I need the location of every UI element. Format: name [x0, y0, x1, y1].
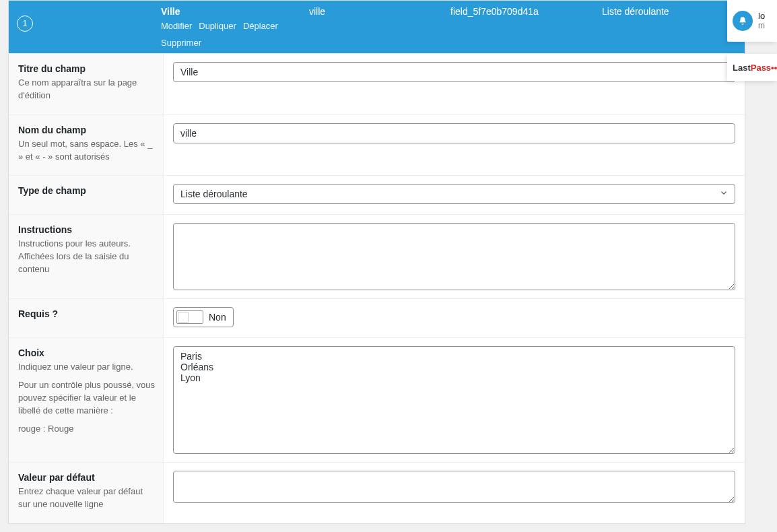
lastpass-logo-dots: ••: [771, 63, 777, 73]
hint-choices: Indiquez une valeur par ligne. Pour un c…: [18, 361, 156, 435]
textarea-default[interactable]: [173, 471, 735, 503]
header-title: Ville: [161, 6, 309, 17]
toggle-required[interactable]: [176, 310, 203, 324]
bell-icon: [733, 11, 753, 31]
wordpress-popup-text: lo m: [758, 11, 765, 30]
lastpass-logo-part1: Last: [733, 63, 751, 73]
row-name: Nom du champ Un seul mot, sans espace. L…: [9, 114, 745, 176]
row-choices: Choix Indiquez une valeur par ligne. Pou…: [9, 337, 745, 462]
label-type: Type de champ: [18, 185, 156, 196]
hint-title: Ce nom apparaîtra sur la page d'édition: [18, 77, 156, 102]
order-number: 1: [23, 19, 28, 28]
textarea-choices[interactable]: [173, 346, 735, 454]
toggle-required-wrap: Non: [173, 307, 234, 327]
header-type: Liste déroulante: [602, 6, 713, 17]
hint-default: Entrez chaque valeur par défaut sur une …: [18, 486, 156, 511]
select-type[interactable]: Liste déroulante: [173, 184, 735, 204]
header-actions: Modifier Dupliquer Déplacer Supprimer: [161, 21, 296, 48]
label-title: Titre du champ: [18, 63, 156, 74]
input-title[interactable]: [173, 62, 735, 82]
row-type: Type de champ Liste déroulante: [9, 175, 745, 214]
lastpass-popup[interactable]: LastPass••: [727, 54, 777, 81]
label-default: Valeur par défaut: [18, 472, 156, 483]
action-move[interactable]: Déplacer: [243, 21, 278, 31]
wordpress-popup[interactable]: lo m: [727, 0, 777, 42]
label-choices: Choix: [18, 347, 156, 358]
lastpass-logo-part2: Pass: [751, 63, 771, 73]
toggle-required-label: Non: [209, 312, 226, 323]
field-header[interactable]: 1 Ville ville field_5f7e0b709d41a Liste …: [9, 1, 745, 53]
hint-name: Un seul mot, sans espace. Les « _ » et «…: [18, 138, 156, 164]
header-key: field_5f7e0b709d41a: [450, 6, 602, 17]
hint-instructions: Instructions pour les auteurs. Affichées…: [18, 238, 156, 276]
action-duplicate[interactable]: Dupliquer: [199, 21, 236, 31]
action-delete[interactable]: Supprimer: [161, 38, 201, 48]
header-name: ville: [309, 6, 450, 17]
textarea-instructions[interactable]: [173, 223, 735, 290]
row-instructions: Instructions Instructions pour les auteu…: [9, 214, 745, 298]
input-name[interactable]: [173, 123, 735, 143]
row-required: Requis ? Non: [9, 298, 745, 337]
row-title: Titre du champ Ce nom apparaîtra sur la …: [9, 53, 745, 114]
action-edit[interactable]: Modifier: [161, 21, 192, 31]
toggle-knob: [178, 312, 189, 323]
label-required: Requis ?: [18, 308, 156, 319]
order-badge: 1: [17, 15, 33, 32]
row-default: Valeur par défaut Entrez chaque valeur p…: [9, 462, 745, 523]
label-instructions: Instructions: [18, 224, 156, 235]
label-name: Nom du champ: [18, 125, 156, 135]
